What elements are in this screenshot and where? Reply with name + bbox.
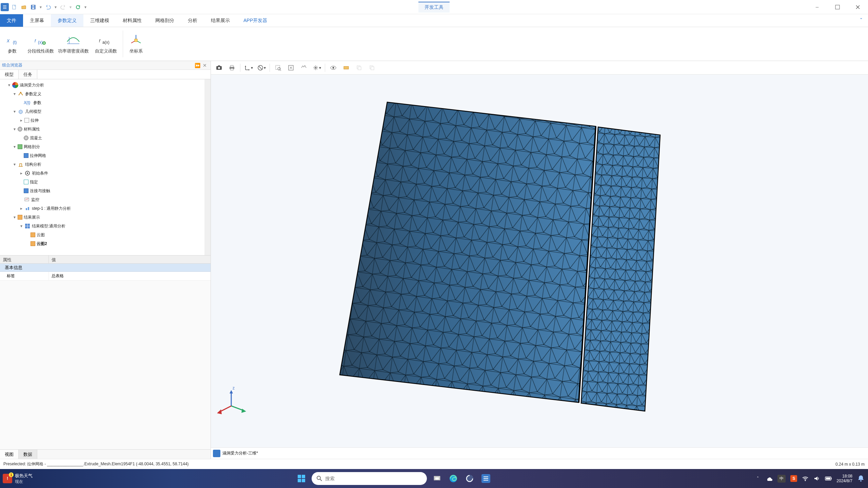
props-row-label[interactable]: 标签 总表格 (0, 272, 211, 281)
tree-contour2[interactable]: 云图2 (0, 239, 211, 248)
tree-result-model[interactable]: ▾结果模型:通用分析 (0, 222, 211, 230)
tab-mesh[interactable]: 网格剖分 (149, 14, 181, 27)
param-button[interactable]: X(t) 参数 (0, 28, 24, 59)
custom-fn-button[interactable]: fa(x) 自定义函数 (90, 28, 122, 59)
document-tab[interactable]: 涵洞受力分析-三维* (222, 450, 258, 456)
tree-results[interactable]: ▾结果展示 (0, 213, 211, 222)
tab-3dmodel[interactable]: 三维建模 (83, 14, 116, 27)
snapshot-icon[interactable] (214, 62, 224, 73)
axis-toggle-icon[interactable]: ▾ (243, 62, 254, 73)
simdroid-taskbar-icon[interactable] (480, 472, 492, 485)
undo-dropdown-icon[interactable]: ▾ (54, 3, 58, 11)
ribbon-collapse-icon[interactable]: ˇ (854, 14, 868, 27)
start-button[interactable] (295, 472, 308, 485)
tray-chevron-icon[interactable]: ˄ (754, 475, 761, 482)
highlight-icon[interactable] (341, 62, 352, 73)
taskbar-search[interactable] (312, 472, 427, 485)
tab-results[interactable]: 结果展示 (204, 14, 237, 27)
tab-file[interactable]: 文件 (0, 14, 23, 27)
svg-marker-49 (241, 409, 246, 413)
zoom-window-icon[interactable] (273, 62, 283, 73)
maximize-button[interactable] (827, 0, 848, 14)
svg-text:f: f (35, 39, 36, 43)
tree-contact[interactable]: 连接与接触 (0, 186, 211, 195)
coord-sys-button[interactable]: 坐标系 (124, 28, 148, 59)
svg-point-61 (466, 475, 473, 482)
taskbar-search-input[interactable] (325, 476, 422, 481)
tab-analysis[interactable]: 分析 (181, 14, 204, 27)
edge-icon[interactable] (447, 472, 459, 485)
tree-scrollbar[interactable] (204, 79, 211, 255)
tab-material[interactable]: 材料属性 (116, 14, 149, 27)
tab-task[interactable]: 任务 (19, 70, 37, 79)
tree-assign[interactable]: 指定 (0, 178, 211, 186)
tree-mesh[interactable]: ▾网格剖分 (0, 142, 211, 151)
sogou-ime-icon[interactable]: S (790, 475, 797, 482)
3d-viewport[interactable]: z (211, 75, 868, 447)
svg-rect-1 (13, 5, 16, 9)
tree-param-def[interactable]: ▾参数定义 (0, 89, 211, 98)
app-swirl-icon[interactable] (463, 472, 476, 485)
tree-contour[interactable]: 云图 (0, 230, 211, 239)
coord-triad-icon: z (217, 386, 246, 414)
tree-extrude-mesh[interactable]: 拉伸网格 (0, 151, 211, 160)
view-direction-icon[interactable]: ▾ (311, 62, 322, 73)
open-icon[interactable] (20, 3, 28, 11)
refresh-dropdown-icon[interactable]: ▾ (83, 3, 87, 11)
tab-appdev[interactable]: APP开发器 (237, 14, 274, 27)
psd-button[interactable]: 功率谱密度函数 (57, 28, 90, 59)
save-dropdown-icon[interactable]: ▾ (39, 3, 43, 11)
notification-icon[interactable] (857, 474, 865, 483)
svg-rect-56 (302, 479, 305, 482)
piecewise-button[interactable]: f(x) 分段线性函数 (24, 28, 57, 59)
close-button[interactable] (848, 0, 868, 14)
redo-dropdown-icon[interactable]: ▾ (68, 3, 73, 11)
psd-icon (66, 34, 81, 46)
volume-icon[interactable] (813, 475, 820, 482)
save-icon[interactable] (29, 3, 37, 11)
tree-step[interactable]: ▸step-1 : 通用静力分析 (0, 204, 211, 213)
panel-close-icon[interactable]: ✕ (201, 63, 209, 68)
onedrive-icon[interactable] (766, 475, 773, 482)
svg-point-33 (333, 67, 334, 68)
redo-icon[interactable] (59, 3, 67, 11)
battery-icon[interactable] (825, 475, 832, 482)
taskbar-clock[interactable]: 18:08 2024/8/7 (836, 474, 852, 484)
wifi-icon[interactable] (802, 475, 809, 482)
taskview-icon[interactable] (431, 472, 443, 485)
new-icon[interactable] (10, 3, 18, 11)
tree-root[interactable]: ▾涵洞受力分析 (0, 81, 211, 89)
panel-collapse-icon[interactable]: ⏩ (194, 63, 201, 68)
zoom-selection-icon[interactable] (298, 62, 309, 73)
taskbar-weather[interactable]: ! 极热天气 现在 (3, 473, 33, 485)
tree-material[interactable]: ▾材料属性 (0, 125, 211, 134)
dev-tool-tab[interactable]: 开发工具 (418, 2, 450, 13)
bottom-tab-data[interactable]: 数据 (19, 450, 37, 459)
visibility-icon[interactable] (328, 62, 339, 73)
paste-view-icon[interactable] (367, 62, 377, 73)
tree-param-item[interactable]: X(t)参数 (0, 98, 211, 107)
tree-initial[interactable]: ▸初始条件 (0, 169, 211, 178)
svg-marker-40 (340, 102, 596, 402)
tab-param[interactable]: 参数定义 (51, 14, 83, 27)
ime-indicator[interactable]: 中 (777, 475, 786, 483)
tree-concrete[interactable]: 混凝土 (0, 134, 211, 142)
tree-struct[interactable]: ▾结构分析 (0, 160, 211, 169)
copy-view-icon[interactable] (354, 62, 364, 73)
svg-text:X(t): X(t) (24, 100, 30, 105)
bottom-tab-view[interactable]: 视图 (0, 450, 19, 459)
undo-icon[interactable] (44, 3, 52, 11)
tree-extrude[interactable]: ▸拉伸 (0, 116, 211, 125)
minimize-button[interactable]: ─ (807, 0, 827, 14)
tree-geom[interactable]: ▾几何模型 (0, 107, 211, 116)
tab-model[interactable]: 模型 (0, 70, 19, 79)
model-tree[interactable]: ▾涵洞受力分析 ▾参数定义 X(t)参数 ▾几何模型 ▸拉伸 ▾材料属性 混凝土… (0, 79, 211, 256)
zoom-fit-icon[interactable] (285, 62, 296, 73)
browser-panel-title: 组合浏览器 (2, 62, 22, 68)
print-icon[interactable] (226, 62, 237, 73)
tree-monitor[interactable]: 监控 (0, 195, 211, 204)
props-section-basic[interactable]: 基本信息 (0, 264, 211, 272)
refresh-icon[interactable] (74, 3, 82, 11)
tab-home[interactable]: 主屏幕 (23, 14, 51, 27)
hide-toggle-icon[interactable]: ▾ (256, 62, 267, 73)
